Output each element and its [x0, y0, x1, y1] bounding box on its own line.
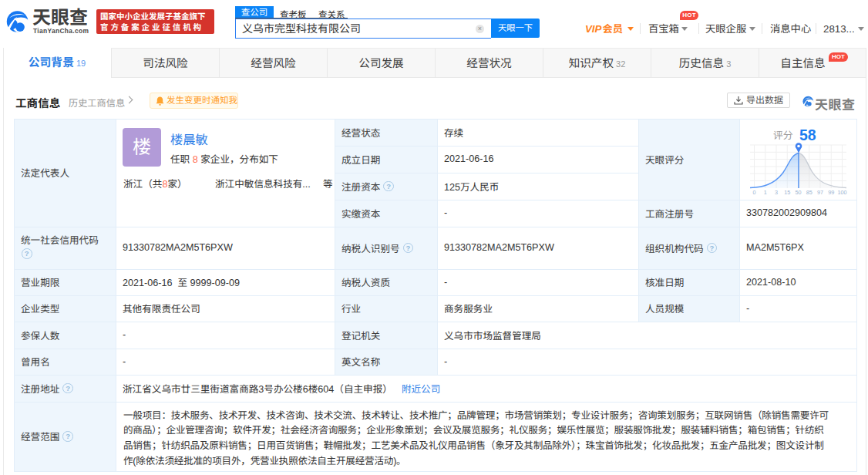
svg-text:50: 50 [795, 188, 801, 195]
svg-text:1: 1 [764, 188, 767, 195]
svg-text:85: 85 [806, 188, 812, 195]
svg-text:15: 15 [784, 188, 790, 195]
svg-text:99: 99 [828, 188, 834, 195]
svg-text:100: 100 [837, 188, 846, 195]
svg-text:97: 97 [817, 188, 823, 195]
svg-text:58: 58 [799, 126, 816, 143]
svg-text:评分: 评分 [773, 130, 793, 141]
svg-text:0: 0 [752, 188, 755, 195]
svg-text:3: 3 [775, 188, 778, 195]
